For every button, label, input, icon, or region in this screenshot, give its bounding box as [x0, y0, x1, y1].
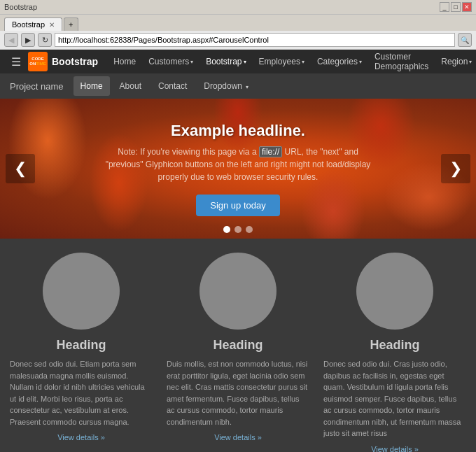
carousel-cta-button[interactable]: Sign up today — [196, 195, 280, 216]
hamburger-button[interactable]: ☰ — [7, 52, 25, 71]
sub-navbar: Project name Home About Contact Dropdown… — [0, 73, 476, 99]
minimize-btn[interactable]: _ — [440, 2, 449, 12]
sub-nav-dropdown[interactable]: Dropdown ▾ — [197, 76, 255, 96]
top-nav-region[interactable]: Region ▾ — [435, 52, 476, 71]
window-controls: _ □ ✕ — [440, 2, 472, 12]
search-icon[interactable]: 🔍 — [458, 33, 472, 47]
top-nav-bootstrap[interactable]: Bootstrap ▾ — [200, 52, 251, 71]
feature-text-2: Duis mollis, est non commodo luctus, nis… — [167, 358, 309, 428]
feature-text-1: Donec sed odio dui. Etiam porta sem male… — [10, 358, 153, 428]
new-tab-btn[interactable]: + — [64, 17, 78, 31]
carousel: Example headline. Note: If you're viewin… — [0, 99, 476, 239]
carousel-dot-3[interactable] — [246, 226, 253, 233]
browser-title: Bootstrap — [4, 3, 37, 11]
sub-brand-text: Project name — [10, 81, 64, 92]
carousel-body: Note: If you're viewing this page via a … — [98, 146, 378, 183]
top-nav-customers[interactable]: Customers ▾ — [143, 52, 199, 71]
feature-text-3: Donec sed odio dui. Cras justo odio, dap… — [323, 358, 466, 439]
feature-link-2[interactable]: View details » — [214, 433, 262, 442]
feature-item-2: Heading Duis mollis, est non commodo luc… — [167, 253, 309, 452]
top-nav-home[interactable]: Home — [108, 52, 141, 71]
features-section: Heading Donec sed odio dui. Etiam porta … — [0, 239, 476, 452]
carousel-next-button[interactable]: ❯ — [441, 154, 470, 183]
feature-heading-1: Heading — [56, 338, 106, 353]
feature-heading-2: Heading — [213, 338, 262, 353]
tab-label: Bootstrap — [12, 20, 45, 29]
carousel-prev-button[interactable]: ❮ — [6, 154, 35, 183]
top-nav-items: Home Customers ▾ Bootstrap ▾ Employees ▾… — [108, 48, 476, 76]
back-button[interactable]: ◀ — [4, 33, 18, 47]
features-grid: Heading Donec sed odio dui. Etiam porta … — [10, 253, 466, 452]
sub-nav-home[interactable]: Home — [74, 76, 110, 96]
maximize-btn[interactable]: □ — [451, 2, 461, 12]
forward-button[interactable]: ▶ — [21, 33, 35, 47]
active-tab[interactable]: Bootstrap ✕ — [4, 17, 62, 31]
refresh-button[interactable]: ↻ — [38, 33, 52, 47]
top-nav-categories[interactable]: Categories ▾ — [312, 52, 368, 71]
top-nav-customer-demographics[interactable]: Customer Demographics — [369, 48, 434, 76]
carousel-dot-2[interactable] — [234, 226, 241, 233]
carousel-indicators — [223, 226, 253, 233]
browser-nav-bar: ◀ ▶ ↻ 🔍 — [0, 31, 476, 49]
carousel-dot-1[interactable] — [223, 226, 230, 233]
feature-item-1: Heading Donec sed odio dui. Etiam porta … — [10, 253, 153, 452]
dropdown-caret: ▾ — [246, 84, 248, 90]
feature-circle-2 — [200, 253, 276, 330]
feature-circle-3 — [356, 253, 433, 330]
top-nav-employees[interactable]: Employees ▾ — [253, 52, 310, 71]
file-url-link[interactable]: file:// — [259, 146, 282, 157]
browser-tabs: Bootstrap ✕ + — [0, 15, 476, 31]
feature-item-3: Heading Donec sed odio dui. Cras justo o… — [323, 253, 466, 452]
address-bar[interactable] — [55, 33, 455, 47]
feature-circle-1 — [43, 253, 120, 330]
brand-name: Bootstrap — [52, 56, 98, 67]
tab-close-icon[interactable]: ✕ — [49, 21, 55, 29]
feature-link-1[interactable]: View details » — [57, 433, 105, 442]
carousel-headline: Example headline. — [98, 122, 378, 140]
feature-heading-3: Heading — [370, 338, 419, 353]
top-navbar: ☰ CODEONTIME Bootstrap Home Customers ▾ … — [0, 50, 476, 73]
feature-link-3[interactable]: View details » — [371, 445, 419, 453]
sub-nav-about[interactable]: About — [113, 76, 148, 96]
carousel-content: Example headline. Note: If you're viewin… — [98, 122, 378, 216]
brand-icon: CODEONTIME — [28, 52, 48, 71]
sub-nav-contact[interactable]: Contact — [151, 76, 194, 96]
close-btn[interactable]: ✕ — [462, 2, 472, 12]
